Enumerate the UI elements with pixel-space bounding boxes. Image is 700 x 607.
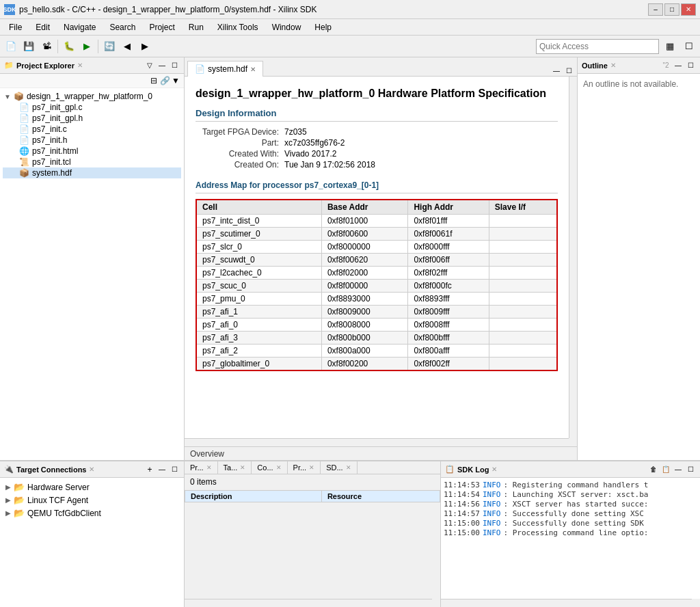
- items-col-header: Resource: [321, 491, 440, 502]
- outline-max-button[interactable]: ☐: [685, 60, 696, 71]
- tab-close-icon[interactable]: ✕: [276, 464, 282, 471]
- file-type-icon: 📄: [19, 113, 29, 123]
- view-menu-button[interactable]: ▼: [170, 75, 181, 86]
- addr-cell-base: 0xf8008000: [321, 319, 408, 332]
- menu-file[interactable]: File: [3, 21, 28, 34]
- sdk-log-min-button[interactable]: —: [673, 464, 684, 475]
- perspectives-button[interactable]: ▦: [662, 38, 678, 55]
- bottom-tab-1[interactable]: Ta... ✕: [218, 461, 252, 474]
- addr-cell-cell: ps7_slcr_0: [196, 241, 321, 254]
- explorer-x-icon[interactable]: ✕: [77, 62, 83, 69]
- addr-cell-slave: [489, 332, 557, 345]
- minimize-button[interactable]: –: [648, 3, 663, 16]
- run-button[interactable]: ▶: [79, 38, 95, 55]
- outline-2-icon: "2: [660, 60, 671, 71]
- bottom-tab-2[interactable]: Co... ✕: [252, 461, 287, 474]
- addr-table-row: ps7_pmu_00xf88930000xf8893fff: [196, 293, 557, 306]
- bottom-main-scrollbar-h[interactable]: [185, 599, 432, 607]
- system-hdf-tab[interactable]: 📄 system.hdf ✕: [187, 61, 263, 77]
- target-connection-item[interactable]: ▶📂QEMU TcfGdbClient: [3, 507, 181, 520]
- tab-close-icon[interactable]: ✕: [240, 464, 245, 471]
- log-level: INFO: [483, 509, 501, 518]
- maximize-panel-button[interactable]: ☐: [169, 60, 180, 71]
- collapse-all-button[interactable]: ⊟: [148, 75, 159, 86]
- addr-cell-base: 0xf8893000: [321, 293, 408, 306]
- sdk-log-max-button[interactable]: ☐: [685, 464, 696, 475]
- tree-file-item[interactable]: 📄ps7_init_gpl.c: [3, 102, 181, 113]
- menu-help[interactable]: Help: [308, 21, 338, 34]
- tab-close-icon[interactable]: ✕: [346, 464, 351, 471]
- addr-table-row: ps7_scuc_00xf8f000000xf8f000fc: [196, 280, 557, 293]
- outline-min-button[interactable]: —: [673, 60, 684, 71]
- log-message: : Registering command handlers t: [503, 481, 648, 489]
- bottom-tab-3[interactable]: Pr... ✕: [288, 461, 321, 474]
- bottom-tab-4[interactable]: SD... ✕: [321, 461, 357, 474]
- editor-max-button[interactable]: ☐: [563, 65, 574, 76]
- save-all-button[interactable]: 📽: [38, 38, 55, 55]
- link-with-editor-button[interactable]: 🔗: [159, 75, 170, 86]
- target-close-icon[interactable]: ✕: [89, 466, 94, 473]
- editor-scrollbar-v[interactable]: [569, 77, 577, 438]
- addr-cell-cell: ps7_afi_2: [196, 345, 321, 358]
- tab-close-icon[interactable]: ✕: [250, 66, 256, 73]
- tree-file-item[interactable]: 📜ps7_init.tcl: [3, 157, 181, 167]
- quick-access-input[interactable]: [536, 39, 659, 54]
- target-icon: 🔌: [4, 465, 14, 474]
- tab-close-icon[interactable]: ✕: [309, 464, 314, 471]
- collapse-button[interactable]: ▽: [144, 60, 155, 71]
- log-time: 11:15:00: [444, 528, 480, 537]
- menu-run[interactable]: Run: [183, 21, 210, 34]
- log-level: INFO: [483, 519, 501, 528]
- log-time: 11:14:57: [444, 509, 480, 518]
- tree-file-item[interactable]: 📄ps7_init_gpl.h: [3, 113, 181, 124]
- forward-button[interactable]: ▶: [137, 38, 153, 55]
- target-connection-item[interactable]: ▶📂Hardware Server: [3, 481, 181, 494]
- sdk-log-copy-button[interactable]: 📋: [660, 464, 671, 475]
- addr-col-header: Slave I/f: [489, 200, 557, 215]
- tree-file-item[interactable]: 🌐ps7_init.html: [3, 146, 181, 157]
- refresh-button[interactable]: 🔄: [101, 38, 118, 55]
- target-connection-item[interactable]: ▶📂Linux TCF Agent: [3, 494, 181, 507]
- addr-cell-high: 0xf8009fff: [408, 306, 489, 319]
- overview-link[interactable]: Overview: [190, 449, 224, 459]
- editor-scroll-area[interactable]: design_1_wrapper_hw_platform_0 Hardware …: [185, 77, 569, 438]
- tree-file-item[interactable]: 📦system.hdf: [3, 167, 181, 178]
- minimize-panel-button[interactable]: —: [157, 60, 167, 71]
- log-entry: 11:14:54INFO: Launching XSCT server: xsc…: [444, 490, 697, 499]
- save-button[interactable]: 💾: [21, 38, 37, 55]
- package-icon: 📁: [4, 61, 14, 70]
- menu-xilinx-tools[interactable]: Xilinx Tools: [211, 21, 265, 34]
- menu-search[interactable]: Search: [103, 21, 142, 34]
- tree-file-item[interactable]: 📄ps7_init.c: [3, 124, 181, 135]
- tree-file-item[interactable]: 📄ps7_init.h: [3, 135, 181, 146]
- tree-root-item[interactable]: ▼ 📦 design_1_wrapper_hw_platform_0: [3, 91, 181, 102]
- addr-cell-high: 0xf8f002ff: [408, 358, 489, 371]
- sdk-log-close-icon[interactable]: ✕: [492, 466, 497, 473]
- addr-col-header: High Addr: [408, 200, 489, 215]
- menu-edit[interactable]: Edit: [29, 21, 56, 34]
- menu-navigate[interactable]: Navigate: [57, 21, 102, 34]
- addr-col-header: Cell: [196, 200, 321, 215]
- close-button[interactable]: ✕: [681, 3, 696, 16]
- outline-close-icon[interactable]: ✕: [610, 62, 616, 69]
- target-max-button[interactable]: ☐: [169, 464, 180, 475]
- sdk-log-scrollbar-h[interactable]: [441, 599, 692, 607]
- new-button[interactable]: 📄: [3, 38, 19, 55]
- target-connections-panel: 🔌 Target Connections ✕ + — ☐ ▶📂Hardware …: [0, 461, 185, 607]
- target-add-button[interactable]: +: [144, 464, 155, 475]
- tab-close-icon[interactable]: ✕: [206, 464, 212, 471]
- info-value: Tue Jan 9 17:02:56 2018: [284, 160, 375, 170]
- debug-button[interactable]: 🐛: [61, 38, 77, 55]
- sdk-log-clear-button[interactable]: 🗑: [648, 464, 659, 475]
- editor-min-button[interactable]: —: [551, 65, 562, 76]
- views-button[interactable]: ☐: [681, 38, 697, 55]
- menu-window[interactable]: Window: [266, 21, 308, 34]
- back-button[interactable]: ◀: [119, 38, 135, 55]
- target-label: Linux TCF Agent: [27, 496, 88, 505]
- maximize-button[interactable]: □: [664, 3, 679, 16]
- target-min-button[interactable]: —: [157, 464, 167, 475]
- expand-icon: ▶: [5, 483, 11, 491]
- bottom-tab-0[interactable]: Pr... ✕: [185, 461, 218, 474]
- editor-scrollbar-h[interactable]: [185, 438, 569, 446]
- menu-project[interactable]: Project: [143, 21, 180, 34]
